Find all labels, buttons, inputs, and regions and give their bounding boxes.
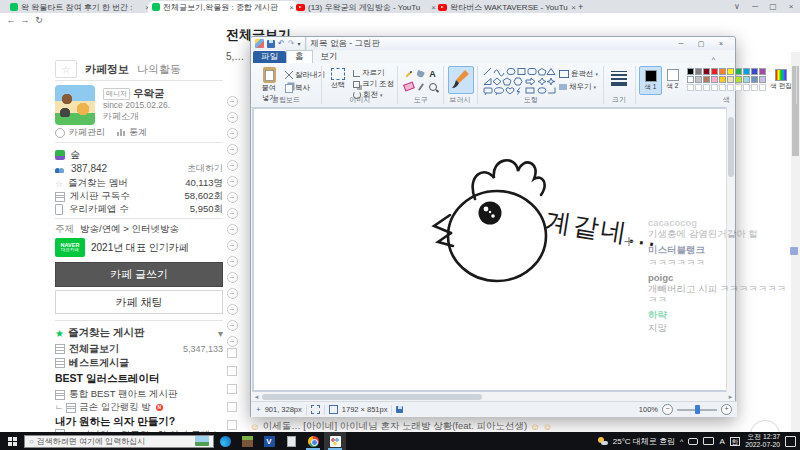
ime-latin-indicator[interactable]: A [719, 437, 724, 446]
taskbar-clock[interactable]: 오전 12:37 2022-07-20 [745, 433, 780, 450]
list-checkbox[interactable] [227, 348, 237, 358]
list-checkbox[interactable] [227, 420, 237, 430]
color-swatch[interactable] [703, 84, 710, 91]
color1-button[interactable]: 색 1 [639, 66, 662, 95]
list-checkbox[interactable] [227, 402, 237, 412]
color-swatch[interactable] [735, 84, 742, 91]
ime-korean-indicator[interactable]: 한 [730, 437, 741, 446]
taskbar-icon-edge[interactable] [214, 432, 236, 450]
text-tool[interactable]: A [427, 68, 438, 79]
search-highlight-image[interactable] [195, 436, 209, 446]
color-swatch[interactable] [743, 84, 750, 91]
cafe-manage-link[interactable]: 카페관리 [69, 126, 105, 139]
tab-close-icon[interactable]: × [571, 3, 576, 12]
brush-button-selected[interactable] [448, 66, 474, 94]
cafe-level[interactable]: 숲 [70, 148, 80, 162]
horizontal-scrollbar-thumb[interactable] [262, 394, 482, 400]
color-swatch[interactable] [743, 76, 750, 83]
color-swatch[interactable] [711, 84, 718, 91]
tab-my-activity[interactable]: 나의활동 [137, 62, 181, 77]
copy-button[interactable]: 복사 [285, 83, 310, 93]
color-swatch[interactable] [751, 84, 758, 91]
scroll-left-icon[interactable]: ◄ [252, 394, 261, 400]
cafe-write-button[interactable]: 카페 글쓰기 [55, 262, 223, 287]
browser-tab-2-active[interactable]: 전체글보기,왁물원 : 종합 게시판 × [148, 1, 298, 13]
browser-tab-4[interactable]: 왁타버스 WAKTAVERSE - YouTu × [434, 1, 580, 13]
redo-icon[interactable]: ↷ [288, 39, 295, 48]
topic-value[interactable]: 방송/연예 > 인터넷방송 [80, 223, 179, 236]
resize-button[interactable]: 크기 조정 [353, 79, 394, 89]
color-swatch[interactable] [703, 68, 710, 75]
taskbar-icon-chrome[interactable] [302, 432, 324, 450]
favorite-cafe-star-icon[interactable]: ☆ [55, 60, 77, 78]
keyboard-icon[interactable] [703, 437, 714, 445]
paint-maximize-button[interactable]: ▢ [691, 40, 711, 48]
cafe-intro-link[interactable]: 카페소개 [103, 110, 271, 123]
start-button[interactable] [0, 437, 24, 446]
color-swatch[interactable] [719, 68, 726, 75]
taskbar-icon-paint[interactable] [324, 432, 346, 450]
quick-access-dropdown-icon[interactable]: ▾ [297, 40, 300, 47]
color2-button[interactable]: 색 2 [662, 66, 683, 93]
shape-fill-button[interactable]: 채우기▾ [559, 82, 596, 92]
eraser-tool[interactable] [403, 81, 414, 92]
paint-titlebar[interactable]: ↶ ↷ ▾ | 제목 없음 - 그림판 ─ ▢ × [251, 37, 735, 50]
color-swatch[interactable] [759, 76, 766, 83]
pencil-tool[interactable] [403, 68, 414, 79]
maximize-button[interactable]: ▢ [764, 2, 782, 11]
taskbar-search[interactable]: ○ 검색하려면 여기에 입력하십시 [24, 435, 214, 448]
gamepad-icon[interactable] [688, 438, 698, 445]
cafe-chat-button[interactable]: 카페 채팅 [55, 290, 223, 314]
tab-cafe-info[interactable]: 카페정보 [85, 62, 129, 77]
shape-outline-button[interactable]: 윤곽선▾ [559, 69, 598, 79]
crop-button[interactable]: 자르기 [353, 68, 385, 78]
color-swatch[interactable] [711, 68, 718, 75]
invite-link[interactable]: 초대하기 [187, 162, 223, 175]
shapes-grid[interactable] [482, 67, 556, 95]
color-swatch[interactable] [727, 68, 734, 75]
favorite-boards-header[interactable]: ★즐겨찾는 게시판 ▾ [55, 326, 223, 340]
board-item-ranking[interactable]: ㄴ 금손 일간랭킹 방 N [55, 401, 223, 414]
color-swatch[interactable] [759, 84, 766, 91]
cafe-stats-link[interactable]: 통계 [129, 126, 147, 139]
board-item-all[interactable]: 전체글보기 5,347,133 [55, 342, 223, 356]
color-swatch[interactable] [727, 84, 734, 91]
list-checkbox[interactable] [227, 384, 237, 394]
color-swatch[interactable] [743, 68, 750, 75]
paint-minimize-button[interactable]: ─ [671, 40, 691, 48]
close-button[interactable]: × [782, 2, 800, 11]
color-swatch[interactable] [727, 76, 734, 83]
select-button[interactable]: 선택 [327, 68, 349, 90]
notification-center-icon[interactable] [785, 436, 796, 447]
paint-tab-file[interactable]: 파일 [253, 51, 286, 63]
taskbar-icon-document[interactable] [280, 432, 302, 450]
zoom-in-button[interactable]: + [721, 404, 732, 415]
weather-text[interactable]: 25°C 대체로 흐림 [613, 436, 675, 447]
color-swatch[interactable] [695, 84, 702, 91]
color-swatch[interactable] [759, 68, 766, 75]
color-swatch[interactable] [735, 68, 742, 75]
scroll-right-icon[interactable]: ► [726, 394, 735, 400]
color-swatch[interactable] [719, 84, 726, 91]
edit-colors-button[interactable]: 색 편집 [769, 66, 793, 93]
taskbar-icon-minecraft[interactable] [236, 432, 258, 450]
list-checkbox[interactable] [227, 366, 237, 376]
undo-icon[interactable]: ↶ [278, 39, 285, 48]
color-swatch[interactable] [751, 68, 758, 75]
collapse-icon[interactable]: ▾ [218, 328, 223, 339]
chrome-chevron-icon[interactable]: ∨ [728, 2, 746, 11]
color-swatch[interactable] [687, 76, 694, 83]
line-size-button[interactable] [611, 69, 627, 88]
vertical-scrollbar-thumb[interactable] [728, 117, 734, 177]
board-item-best[interactable]: 베스트게시글 [55, 356, 223, 370]
zoom-slider-thumb[interactable] [695, 405, 700, 414]
cafe-profile-image[interactable] [55, 85, 95, 125]
paint-close-button[interactable]: × [711, 40, 731, 48]
paint-tab-home[interactable]: 홈 [286, 50, 313, 63]
zoom-slider[interactable] [677, 409, 717, 411]
zoom-out-button[interactable]: − [662, 404, 673, 415]
board-item-fanart[interactable]: 통합 BEST 팬아트 게시판 [55, 388, 223, 401]
color-picker-tool[interactable] [415, 81, 426, 92]
tray-expand-icon[interactable]: ^ [680, 438, 683, 445]
browser-tab-1[interactable]: 왁 왁물타트 참여 후기 한 번간 : × [6, 1, 154, 13]
